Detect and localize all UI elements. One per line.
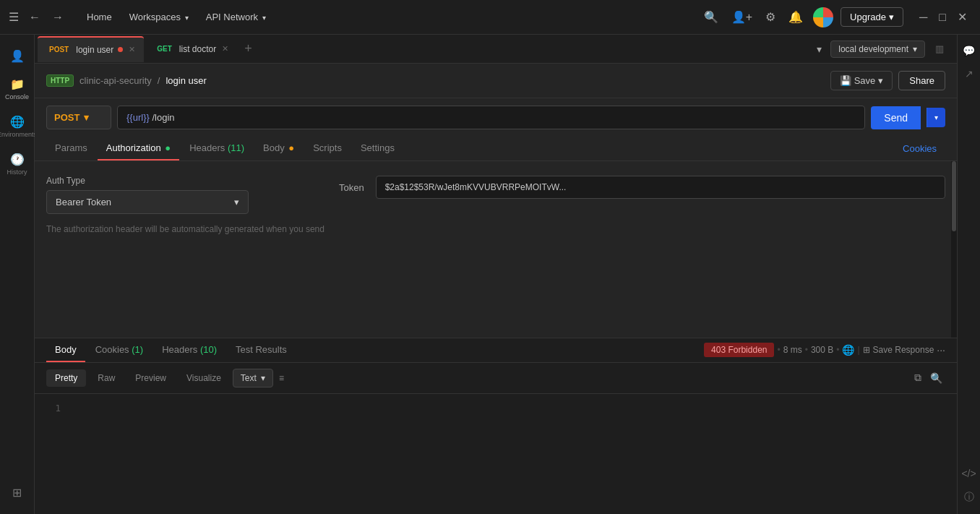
tab-list-doctor-label: list doctor (179, 44, 216, 54)
tab-close-icon[interactable]: ✕ (129, 45, 135, 54)
save-icon: 💾 (840, 75, 851, 86)
menu-icon[interactable]: ☰ (9, 10, 19, 24)
breadcrumb-path: clinic-api-security (79, 75, 152, 86)
env-selector[interactable]: local development ▾ (830, 40, 925, 58)
api-network-link[interactable]: API Network ▾ (199, 8, 273, 26)
auth-type-chevron-icon: ▾ (234, 197, 239, 207)
url-input[interactable]: {{url}} /login (117, 106, 865, 129)
tab-list-doctor[interactable]: GET list doctor ✕ (145, 36, 237, 62)
request-tabs: Params Authorization ● Headers (11) Body… (35, 137, 957, 161)
environments-icon: 🌐 (10, 115, 25, 129)
response-view-bar: Pretty Raw Preview Visualize Text ▾ (35, 363, 957, 394)
share-button[interactable]: Share (898, 71, 945, 90)
authorization-active-dot: ● (165, 142, 171, 153)
method-badge-get: GET (154, 44, 175, 53)
send-button[interactable]: Send (871, 106, 921, 129)
save-button[interactable]: 💾 Save ▾ (830, 71, 893, 90)
settings-icon[interactable]: ⚙ (762, 7, 778, 27)
res-tab-test-results[interactable]: Test Results (227, 338, 296, 362)
more-options-button[interactable]: ··· (937, 344, 945, 356)
close-button[interactable]: ✕ (953, 7, 971, 27)
scroll-track[interactable] (951, 161, 957, 338)
breadcrumb-separator: / (158, 75, 160, 86)
sidebar-item-history[interactable]: 🕐 History (0, 147, 34, 181)
tab-options-icon[interactable]: ▾ (814, 40, 825, 58)
new-tab-button[interactable]: + (238, 38, 258, 59)
auth-type-selector[interactable]: Bearer Token ▾ (46, 190, 249, 214)
tab-login-user[interactable]: POST login user ✕ (38, 36, 144, 62)
cookies-link[interactable]: Cookies (894, 137, 945, 160)
tab-body[interactable]: Body ● (254, 137, 303, 160)
sidebar-item-grid[interactable]: ⊞ (0, 480, 34, 505)
search-icon[interactable]: 🔍 (701, 7, 721, 27)
sidebar-item-collections-label: Console (5, 93, 29, 100)
tabs-right: ▾ local development ▾ ▥ (814, 39, 954, 59)
method-badge-post: POST (46, 45, 72, 54)
sidebar-item-account[interactable]: 👤 (0, 43, 34, 69)
back-button[interactable]: ← (25, 8, 45, 27)
content-area: POST login user ✕ GET list doctor ✕ + ▾ … (35, 35, 957, 514)
url-variable: {{url}} (126, 112, 150, 123)
save-response-button[interactable]: ⊞ Save Response (863, 345, 934, 355)
format-selector[interactable]: Text ▾ (233, 369, 273, 387)
line-numbers: 1 (46, 403, 61, 506)
notifications-icon[interactable]: 🔔 (786, 7, 806, 27)
unsaved-dot (118, 47, 123, 52)
response-time: 8 ms (783, 345, 802, 355)
forward-button[interactable]: → (48, 8, 68, 27)
response-meta: 403 Forbidden • 8 ms • 300 B • 🌐 | ⊞ Sav… (704, 343, 945, 357)
view-tab-preview[interactable]: Preview (126, 369, 175, 387)
url-path: /login (152, 112, 174, 123)
home-link[interactable]: Home (79, 8, 119, 26)
right-panel-icon[interactable]: ▥ (931, 39, 948, 59)
view-tab-visualize[interactable]: Visualize (178, 369, 230, 387)
sidebar-item-environments[interactable]: 🌐 Environments (0, 109, 34, 144)
response-body: 1 (35, 394, 957, 515)
scroll-thumb[interactable] (952, 161, 956, 231)
workspaces-link[interactable]: Workspaces ▾ (122, 8, 196, 26)
tab-list-doctor-close-icon[interactable]: ✕ (222, 44, 228, 53)
auth-note: The authorization header will be automat… (46, 223, 324, 236)
send-dropdown-button[interactable]: ▾ (927, 108, 945, 127)
response-area: Body Cookies (1) Headers (10) Test Resul… (35, 338, 957, 515)
method-selector[interactable]: POST ▾ (46, 106, 111, 129)
breadcrumb: HTTP clinic-api-security / login user 💾 … (35, 64, 957, 98)
tab-settings[interactable]: Settings (352, 137, 403, 160)
status-badge: 403 Forbidden (704, 343, 774, 357)
view-tab-raw[interactable]: Raw (89, 369, 124, 387)
code-icon[interactable]: </> (957, 463, 980, 484)
avatar[interactable] (813, 7, 833, 27)
chat-icon[interactable]: 💬 (958, 40, 979, 61)
res-tab-body[interactable]: Body (46, 338, 85, 362)
auth-type-value: Bearer Token (56, 197, 111, 207)
minimize-button[interactable]: ─ (915, 7, 932, 27)
expand-icon[interactable]: ↗ (960, 64, 978, 84)
search-response-icon[interactable]: 🔍 (927, 369, 945, 387)
wrap-toggle-icon[interactable]: ≡ (276, 370, 287, 386)
response-tabs-bar: Body Cookies (1) Headers (10) Test Resul… (35, 338, 957, 363)
maximize-button[interactable]: □ (934, 7, 950, 27)
info-icon[interactable]: ⓘ (960, 487, 979, 508)
tab-authorization[interactable]: Authorization ● (98, 137, 179, 160)
tab-headers[interactable]: Headers (11) (181, 137, 253, 160)
tab-scripts[interactable]: Scripts (304, 137, 351, 160)
sidebar-item-history-label: History (7, 168, 27, 176)
titlebar: ☰ ← → Home Workspaces ▾ API Network ▾ 🔍 … (0, 0, 980, 35)
token-input[interactable] (376, 176, 945, 199)
tab-params[interactable]: Params (46, 137, 96, 160)
auth-content: Auth Type Bearer Token ▾ The authorizati… (35, 161, 957, 250)
save-label: Save (854, 75, 876, 86)
url-bar: POST ▾ {{url}} /login Send ▾ (35, 98, 957, 137)
env-selector-label: local development (838, 44, 908, 54)
left-sidebar: 👤 📁 Console 🌐 Environments 🕐 History ⊞ (0, 35, 35, 514)
window-controls: ─ □ ✕ (915, 7, 971, 27)
view-tab-pretty[interactable]: Pretty (46, 369, 86, 387)
res-tab-cookies[interactable]: Cookies (1) (87, 338, 152, 362)
res-tab-headers[interactable]: Headers (10) (153, 338, 225, 362)
format-chevron-icon: ▾ (261, 373, 265, 383)
invite-icon[interactable]: 👤+ (728, 7, 755, 27)
save-chevron-icon: ▾ (878, 75, 883, 86)
sidebar-item-collections[interactable]: 📁 Console (0, 72, 34, 106)
upgrade-button[interactable]: Upgrade ▾ (841, 7, 903, 27)
copy-response-icon[interactable]: ⧉ (911, 369, 924, 387)
